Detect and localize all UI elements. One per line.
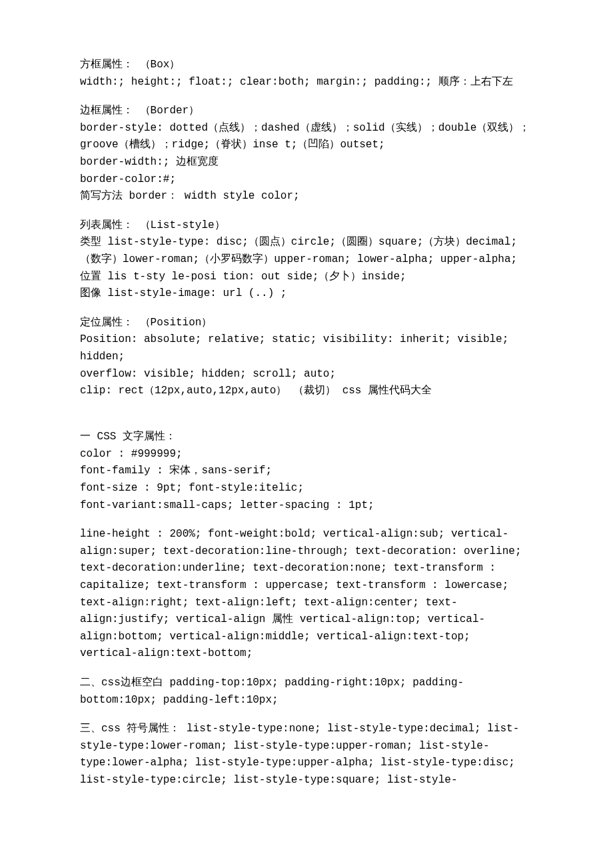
text-line: 二、css边框空白 padding-top:10px; padding-righ… bbox=[80, 675, 533, 709]
text-line: border-width:; 边框宽度 bbox=[80, 154, 533, 171]
text-line: 三、css 符号属性： list-style-type:none; list-s… bbox=[80, 721, 533, 789]
text-line: 简写方法 border： width style color; bbox=[80, 188, 533, 205]
text-line: color : #999999; bbox=[80, 446, 533, 463]
paragraph-position-properties: 定位属性： （Position） Position: absolute; rel… bbox=[80, 315, 533, 400]
document-page: 方框属性： （Box） width:; height:; float:; cle… bbox=[0, 0, 613, 841]
text-line: 定位属性： （Position） bbox=[80, 315, 533, 332]
text-line: Position: absolute; relative; static; vi… bbox=[80, 331, 533, 365]
paragraph-border-properties: 边框属性： （Border） border-style: dotted（点线）；… bbox=[80, 103, 533, 205]
text-line: 列表属性： （List-style） bbox=[80, 217, 533, 235]
text-line: 一 CSS 文字属性： bbox=[80, 429, 533, 446]
text-line: font-variant:small-caps; letter-spacing … bbox=[80, 497, 533, 515]
text-line: width:; height:; float:; clear:both; mar… bbox=[80, 74, 533, 91]
text-line: 边框属性： （Border） bbox=[80, 103, 533, 120]
text-line: 图像 list-style-image: url (..) ; bbox=[80, 285, 533, 303]
text-line: font-size : 9pt; font-style:itelic; bbox=[80, 480, 533, 497]
paragraph-list-properties: 列表属性： （List-style） 类型 list-style-type: d… bbox=[80, 217, 533, 303]
text-line: font-family : 宋体，sans-serif; bbox=[80, 463, 533, 480]
paragraph-css-text-properties: 一 CSS 文字属性： color : #999999; font-family… bbox=[80, 429, 533, 514]
text-line: 类型 list-style-type: disc;（圆点）circle;（圆圈）… bbox=[80, 234, 533, 268]
text-line: 方框属性： （Box） bbox=[80, 57, 533, 74]
paragraph-box-properties: 方框属性： （Box） width:; height:; float:; cle… bbox=[80, 57, 533, 91]
text-line: clip: rect（12px,auto,12px,auto） （裁切） css… bbox=[80, 383, 533, 400]
paragraph-symbol-properties: 三、css 符号属性： list-style-type:none; list-s… bbox=[80, 721, 533, 789]
text-line: 位置 lis t-sty le-posi tion: out side;（夕卜）… bbox=[80, 269, 533, 286]
paragraph-line-height-properties: line-height : 200%; font-weight:bold; ve… bbox=[80, 526, 533, 663]
paragraph-padding-properties: 二、css边框空白 padding-top:10px; padding-righ… bbox=[80, 675, 533, 709]
text-line: overflow: visible; hidden; scroll; auto; bbox=[80, 366, 533, 383]
text-line: border-color:#; bbox=[80, 171, 533, 189]
text-line: line-height : 200%; font-weight:bold; ve… bbox=[80, 526, 533, 663]
text-line: border-style: dotted（点线）；dashed（虚线）；soli… bbox=[80, 120, 533, 154]
